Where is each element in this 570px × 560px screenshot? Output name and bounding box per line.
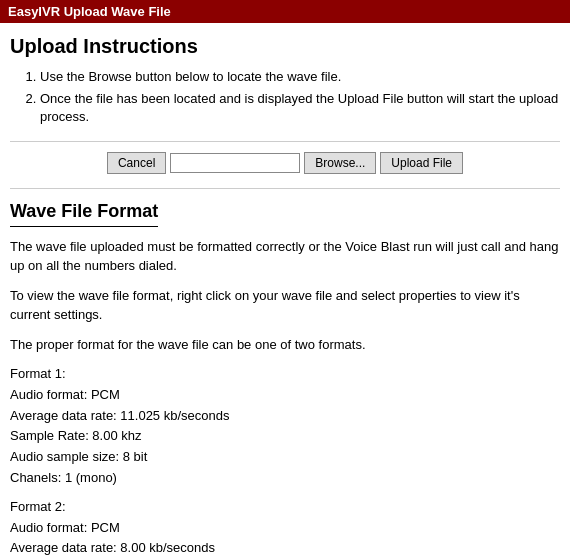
wave-info-paragraph-2: To view the wave file format, right clic…	[10, 286, 560, 325]
format-1-sample-size: Audio sample size: 8 bit	[10, 447, 560, 468]
instruction-item-2: Once the file has been located and is di…	[40, 90, 560, 126]
format-1-block: Format 1: Audio format: PCM Average data…	[10, 364, 560, 489]
format-1-audio-format: Audio format: PCM	[10, 385, 560, 406]
upload-file-button[interactable]: Upload File	[380, 152, 463, 174]
browse-button[interactable]: Browse...	[304, 152, 376, 174]
wave-file-section: Wave File Format The wave file uploaded …	[10, 201, 560, 560]
title-bar-label: EasyIVR Upload Wave File	[8, 4, 171, 19]
instruction-item-1: Use the Browse button below to locate th…	[40, 68, 560, 86]
upload-section: Upload Instructions Use the Browse butto…	[10, 35, 560, 189]
format-2-audio-format: Audio format: PCM	[10, 518, 560, 539]
upload-form-area: Cancel Browse... Upload File	[10, 141, 560, 189]
format-1-title: Format 1:	[10, 364, 560, 385]
format-1-sample-rate: Sample Rate: 8.00 khz	[10, 426, 560, 447]
format-2-title: Format 2:	[10, 497, 560, 518]
format-1-data-rate: Average data rate: 11.025 kb/seconds	[10, 406, 560, 427]
wave-info-paragraph-1: The wave file uploaded must be formatted…	[10, 237, 560, 276]
format-1-channels: Chanels: 1 (mono)	[10, 468, 560, 489]
instructions-list: Use the Browse button below to locate th…	[40, 68, 560, 127]
upload-instructions-heading: Upload Instructions	[10, 35, 560, 58]
file-path-input[interactable]	[170, 153, 300, 173]
format-2-data-rate: Average data rate: 8.00 kb/seconds	[10, 538, 560, 559]
wave-info-paragraph-3: The proper format for the wave file can …	[10, 335, 560, 355]
title-bar: EasyIVR Upload Wave File	[0, 0, 570, 23]
cancel-button[interactable]: Cancel	[107, 152, 166, 174]
main-content: Upload Instructions Use the Browse butto…	[0, 23, 570, 560]
format-2-block: Format 2: Audio format: PCM Average data…	[10, 497, 560, 560]
wave-file-format-heading: Wave File Format	[10, 201, 158, 227]
